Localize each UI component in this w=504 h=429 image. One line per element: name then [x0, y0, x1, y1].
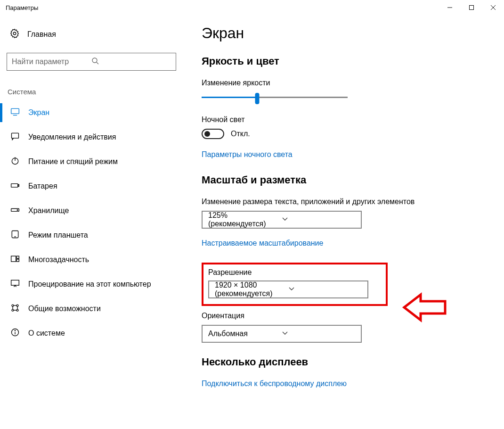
search-placeholder: Найти параметр	[12, 58, 91, 66]
svg-rect-12	[11, 184, 18, 188]
sidebar-item-battery[interactable]: Батарея	[7, 174, 172, 198]
sidebar-item-display[interactable]: Экран	[7, 100, 172, 125]
chevron-down-icon	[282, 330, 355, 338]
home-button[interactable]: Главная	[7, 25, 172, 44]
home-label: Главная	[27, 30, 56, 39]
arrow-annotation	[402, 291, 449, 326]
slider-fill	[202, 97, 257, 98]
sidebar-item-about[interactable]: О системе	[7, 321, 172, 346]
text-size-label: Изменение размера текста, приложений и д…	[202, 198, 490, 206]
chevron-down-icon	[282, 215, 355, 224]
sidebar-item-multitasking[interactable]: Многозадачность	[7, 248, 172, 272]
brightness-slider-label: Изменение яркости	[202, 79, 490, 87]
sidebar-item-projecting[interactable]: Проецирование на этот компьютер	[7, 272, 172, 297]
gear-icon	[9, 28, 20, 41]
page-title: Экран	[202, 25, 490, 42]
resolution-value: 1920 × 1080 (рекомендуется)	[215, 281, 288, 298]
nightlight-state: Откл.	[231, 130, 250, 138]
sidebar-item-label: Экран	[28, 108, 49, 117]
svg-rect-7	[11, 108, 19, 114]
sidebar-section-label: Система	[7, 88, 172, 96]
orientation-dropdown[interactable]: Альбомная	[202, 325, 362, 343]
storage-icon	[10, 205, 20, 216]
sidebar-item-notifications[interactable]: Уведомления и действия	[7, 125, 172, 149]
svg-point-25	[16, 309, 18, 311]
monitor-icon	[10, 107, 20, 118]
power-icon	[10, 156, 20, 167]
sidebar-item-label: Многозадачность	[28, 256, 89, 264]
slider-thumb[interactable]	[255, 93, 259, 104]
svg-point-23	[16, 305, 18, 306]
nightlight-label: Ночной свет	[202, 116, 490, 124]
resolution-dropdown[interactable]: 1920 × 1080 (рекомендуется)	[208, 280, 368, 298]
brightness-slider[interactable]	[202, 92, 348, 103]
svg-point-15	[17, 210, 18, 211]
sidebar-item-shared[interactable]: Общие возможности	[7, 297, 172, 321]
minimize-button[interactable]	[439, 0, 461, 15]
window-controls	[439, 0, 504, 15]
sidebar-item-label: Общие возможности	[28, 305, 101, 313]
shared-icon	[10, 303, 20, 314]
notification-icon	[10, 132, 20, 143]
svg-rect-1	[470, 6, 474, 10]
main-content: Экран Яркость и цвет Изменение яркости Н…	[179, 15, 504, 429]
svg-point-22	[12, 305, 14, 306]
sidebar-item-label: Хранилище	[28, 206, 69, 215]
orientation-value: Альбомная	[208, 330, 282, 338]
sidebar-item-storage[interactable]: Хранилище	[7, 198, 172, 223]
svg-rect-9	[12, 133, 19, 138]
window-title: Параметры	[6, 4, 38, 11]
resolution-label: Разрешение	[208, 268, 381, 277]
sidebar-item-label: О системе	[28, 329, 65, 338]
maximize-button[interactable]	[461, 0, 482, 15]
nightlight-toggle[interactable]	[202, 129, 224, 139]
sidebar-item-tablet[interactable]: Режим планшета	[7, 223, 172, 248]
sidebar-item-label: Уведомления и действия	[28, 133, 116, 141]
tablet-icon	[10, 230, 20, 241]
project-icon	[10, 279, 20, 290]
titlebar: Параметры	[0, 0, 504, 15]
sidebar-item-label: Проецирование на этот компьютер	[28, 280, 151, 289]
scale-heading: Масштаб и разметка	[202, 174, 490, 186]
svg-line-6	[97, 62, 98, 64]
sidebar-item-label: Питание и спящий режим	[28, 157, 118, 166]
nightlight-settings-link[interactable]: Параметры ночного света	[202, 150, 293, 159]
info-icon	[10, 328, 20, 339]
text-size-dropdown[interactable]: 125% (рекомендуется)	[202, 211, 362, 229]
close-button[interactable]	[482, 0, 504, 15]
svg-rect-13	[18, 184, 19, 186]
toggle-knob	[204, 131, 210, 137]
svg-rect-19	[16, 256, 19, 258]
svg-point-24	[12, 309, 14, 311]
sidebar-item-label: Режим планшета	[28, 231, 88, 239]
svg-rect-18	[11, 256, 16, 262]
brightness-heading: Яркость и цвет	[202, 55, 490, 67]
svg-point-5	[92, 58, 97, 63]
multidisplay-heading: Несколько дисплеев	[202, 356, 490, 368]
search-icon	[91, 57, 171, 66]
battery-icon	[10, 181, 20, 192]
svg-rect-20	[16, 259, 19, 262]
sidebar-item-power[interactable]: Питание и спящий режим	[7, 149, 172, 174]
wireless-display-link[interactable]: Подключиться к беспроводному дисплею	[202, 380, 347, 388]
sidebar: Главная Найти параметр Система Экран Уве…	[0, 15, 179, 429]
svg-point-32	[15, 330, 15, 331]
chevron-down-icon	[288, 285, 362, 294]
custom-scaling-link[interactable]: Настраиваемое масштабирование	[202, 239, 323, 248]
svg-rect-21	[11, 280, 19, 285]
resolution-highlight: Разрешение 1920 × 1080 (рекомендуется)	[202, 263, 388, 306]
svg-point-4	[13, 32, 16, 35]
search-input[interactable]: Найти параметр	[7, 53, 176, 71]
sidebar-item-label: Батарея	[28, 182, 57, 190]
multitasking-icon	[10, 254, 20, 265]
text-size-value: 125% (рекомендуется)	[208, 211, 282, 228]
